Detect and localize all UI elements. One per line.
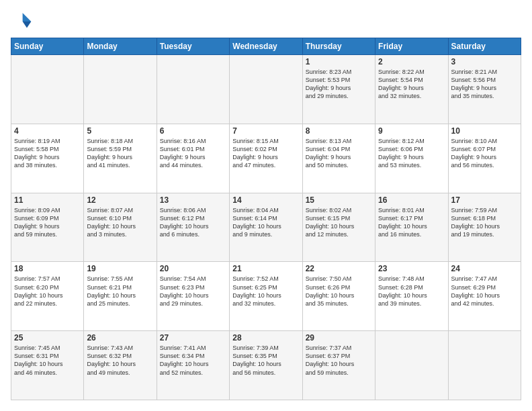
day-number: 18 bbox=[14, 264, 81, 273]
calendar-cell: 1Sunrise: 8:23 AM Sunset: 5:53 PM Daylig… bbox=[302, 55, 375, 124]
calendar-cell: 8Sunrise: 8:13 AM Sunset: 6:04 PM Daylig… bbox=[302, 124, 375, 193]
day-info: Sunrise: 8:22 AM Sunset: 5:54 PM Dayligh… bbox=[378, 68, 445, 101]
day-info: Sunrise: 8:19 AM Sunset: 5:58 PM Dayligh… bbox=[14, 137, 81, 170]
day-number: 5 bbox=[87, 126, 153, 136]
calendar-cell: 11Sunrise: 8:09 AM Sunset: 6:09 PM Dayli… bbox=[11, 193, 84, 262]
day-number: 10 bbox=[451, 126, 518, 136]
day-number: 13 bbox=[160, 195, 226, 205]
calendar-cell: 25Sunrise: 7:45 AM Sunset: 6:31 PM Dayli… bbox=[11, 331, 84, 400]
day-number: 22 bbox=[306, 264, 372, 273]
day-number: 24 bbox=[451, 264, 518, 273]
weekday-header-tuesday: Tuesday bbox=[157, 38, 229, 55]
day-info: Sunrise: 7:57 AM Sunset: 6:20 PM Dayligh… bbox=[14, 275, 81, 308]
calendar-cell: 29Sunrise: 7:37 AM Sunset: 6:37 PM Dayli… bbox=[302, 331, 375, 400]
calendar-cell: 27Sunrise: 7:41 AM Sunset: 6:34 PM Dayli… bbox=[157, 331, 229, 400]
day-number: 20 bbox=[160, 264, 226, 273]
day-info: Sunrise: 7:45 AM Sunset: 6:31 PM Dayligh… bbox=[14, 344, 81, 377]
day-number: 21 bbox=[232, 264, 299, 273]
calendar-cell: 10Sunrise: 8:10 AM Sunset: 6:07 PM Dayli… bbox=[448, 124, 521, 193]
calendar-cell: 18Sunrise: 7:57 AM Sunset: 6:20 PM Dayli… bbox=[11, 262, 84, 331]
calendar-cell: 26Sunrise: 7:43 AM Sunset: 6:32 PM Dayli… bbox=[84, 331, 157, 400]
calendar-cell: 28Sunrise: 7:39 AM Sunset: 6:35 PM Dayli… bbox=[230, 331, 302, 400]
day-number: 4 bbox=[14, 126, 81, 136]
day-info: Sunrise: 7:41 AM Sunset: 6:34 PM Dayligh… bbox=[160, 344, 226, 377]
logo-icon bbox=[11, 11, 32, 32]
weekday-header-saturday: Saturday bbox=[448, 38, 521, 55]
calendar-cell: 12Sunrise: 8:07 AM Sunset: 6:10 PM Dayli… bbox=[84, 193, 157, 262]
calendar-cell: 9Sunrise: 8:12 AM Sunset: 6:06 PM Daylig… bbox=[375, 124, 448, 193]
calendar-week-5: 25Sunrise: 7:45 AM Sunset: 6:31 PM Dayli… bbox=[11, 331, 521, 400]
calendar-cell: 16Sunrise: 8:01 AM Sunset: 6:17 PM Dayli… bbox=[375, 193, 448, 262]
calendar-cell: 13Sunrise: 8:06 AM Sunset: 6:12 PM Dayli… bbox=[157, 193, 229, 262]
calendar-cell: 5Sunrise: 8:18 AM Sunset: 5:59 PM Daylig… bbox=[84, 124, 157, 193]
day-number: 29 bbox=[306, 333, 372, 342]
day-number: 7 bbox=[232, 126, 299, 136]
day-number: 9 bbox=[378, 126, 445, 136]
day-number: 14 bbox=[232, 195, 299, 205]
day-number: 2 bbox=[378, 57, 445, 66]
day-info: Sunrise: 7:47 AM Sunset: 6:29 PM Dayligh… bbox=[451, 275, 518, 308]
day-number: 25 bbox=[14, 333, 81, 342]
calendar-cell bbox=[11, 55, 84, 124]
weekday-header-row: SundayMondayTuesdayWednesdayThursdayFrid… bbox=[11, 38, 521, 55]
calendar-week-1: 1Sunrise: 8:23 AM Sunset: 5:53 PM Daylig… bbox=[11, 55, 521, 124]
day-info: Sunrise: 7:55 AM Sunset: 6:21 PM Dayligh… bbox=[87, 275, 153, 308]
weekday-header-sunday: Sunday bbox=[11, 38, 84, 55]
day-info: Sunrise: 7:39 AM Sunset: 6:35 PM Dayligh… bbox=[232, 344, 299, 377]
day-info: Sunrise: 8:13 AM Sunset: 6:04 PM Dayligh… bbox=[306, 137, 372, 170]
calendar-cell: 4Sunrise: 8:19 AM Sunset: 5:58 PM Daylig… bbox=[11, 124, 84, 193]
day-info: Sunrise: 8:10 AM Sunset: 6:07 PM Dayligh… bbox=[451, 137, 518, 170]
day-number: 11 bbox=[14, 195, 81, 205]
calendar-cell: 17Sunrise: 7:59 AM Sunset: 6:18 PM Dayli… bbox=[448, 193, 521, 262]
calendar-cell: 14Sunrise: 8:04 AM Sunset: 6:14 PM Dayli… bbox=[230, 193, 302, 262]
day-info: Sunrise: 8:23 AM Sunset: 5:53 PM Dayligh… bbox=[306, 68, 372, 101]
weekday-header-friday: Friday bbox=[375, 38, 448, 55]
calendar-cell bbox=[375, 331, 448, 400]
day-info: Sunrise: 8:09 AM Sunset: 6:09 PM Dayligh… bbox=[14, 206, 81, 239]
day-info: Sunrise: 7:48 AM Sunset: 6:28 PM Dayligh… bbox=[378, 275, 445, 308]
calendar-cell: 15Sunrise: 8:02 AM Sunset: 6:15 PM Dayli… bbox=[302, 193, 375, 262]
calendar-cell: 19Sunrise: 7:55 AM Sunset: 6:21 PM Dayli… bbox=[84, 262, 157, 331]
day-number: 16 bbox=[378, 195, 445, 205]
day-number: 6 bbox=[160, 126, 226, 136]
day-number: 1 bbox=[306, 57, 372, 66]
day-info: Sunrise: 7:50 AM Sunset: 6:26 PM Dayligh… bbox=[306, 275, 372, 308]
day-number: 27 bbox=[160, 333, 226, 342]
weekday-header-wednesday: Wednesday bbox=[230, 38, 302, 55]
calendar-cell bbox=[84, 55, 157, 124]
weekday-header-monday: Monday bbox=[84, 38, 157, 55]
calendar-cell: 20Sunrise: 7:54 AM Sunset: 6:23 PM Dayli… bbox=[157, 262, 229, 331]
calendar-week-2: 4Sunrise: 8:19 AM Sunset: 5:58 PM Daylig… bbox=[11, 124, 521, 193]
calendar-cell: 3Sunrise: 8:21 AM Sunset: 5:56 PM Daylig… bbox=[448, 55, 521, 124]
calendar-cell bbox=[230, 55, 302, 124]
day-info: Sunrise: 7:43 AM Sunset: 6:32 PM Dayligh… bbox=[87, 344, 153, 377]
day-number: 23 bbox=[378, 264, 445, 273]
calendar-cell: 6Sunrise: 8:16 AM Sunset: 6:01 PM Daylig… bbox=[157, 124, 229, 193]
header bbox=[11, 11, 521, 32]
calendar-cell: 24Sunrise: 7:47 AM Sunset: 6:29 PM Dayli… bbox=[448, 262, 521, 331]
day-info: Sunrise: 8:18 AM Sunset: 5:59 PM Dayligh… bbox=[87, 137, 153, 170]
svg-marker-0 bbox=[23, 13, 32, 21]
calendar-cell bbox=[157, 55, 229, 124]
day-info: Sunrise: 8:15 AM Sunset: 6:02 PM Dayligh… bbox=[232, 137, 299, 170]
day-number: 26 bbox=[87, 333, 153, 342]
day-info: Sunrise: 7:59 AM Sunset: 6:18 PM Dayligh… bbox=[451, 206, 518, 239]
day-info: Sunrise: 7:52 AM Sunset: 6:25 PM Dayligh… bbox=[232, 275, 299, 308]
day-number: 15 bbox=[306, 195, 372, 205]
day-number: 17 bbox=[451, 195, 518, 205]
day-info: Sunrise: 8:01 AM Sunset: 6:17 PM Dayligh… bbox=[378, 206, 445, 239]
calendar-table: SundayMondayTuesdayWednesdayThursdayFrid… bbox=[11, 38, 521, 400]
weekday-header-thursday: Thursday bbox=[302, 38, 375, 55]
day-info: Sunrise: 8:07 AM Sunset: 6:10 PM Dayligh… bbox=[87, 206, 153, 239]
day-number: 19 bbox=[87, 264, 153, 273]
day-number: 8 bbox=[306, 126, 372, 136]
calendar-cell: 7Sunrise: 8:15 AM Sunset: 6:02 PM Daylig… bbox=[230, 124, 302, 193]
calendar-cell: 23Sunrise: 7:48 AM Sunset: 6:28 PM Dayli… bbox=[375, 262, 448, 331]
day-info: Sunrise: 8:16 AM Sunset: 6:01 PM Dayligh… bbox=[160, 137, 226, 170]
svg-marker-1 bbox=[23, 21, 32, 28]
day-info: Sunrise: 7:37 AM Sunset: 6:37 PM Dayligh… bbox=[306, 344, 372, 377]
page: SundayMondayTuesdayWednesdayThursdayFrid… bbox=[0, 0, 532, 411]
day-info: Sunrise: 8:06 AM Sunset: 6:12 PM Dayligh… bbox=[160, 206, 226, 239]
day-info: Sunrise: 8:04 AM Sunset: 6:14 PM Dayligh… bbox=[232, 206, 299, 239]
day-info: Sunrise: 7:54 AM Sunset: 6:23 PM Dayligh… bbox=[160, 275, 226, 308]
